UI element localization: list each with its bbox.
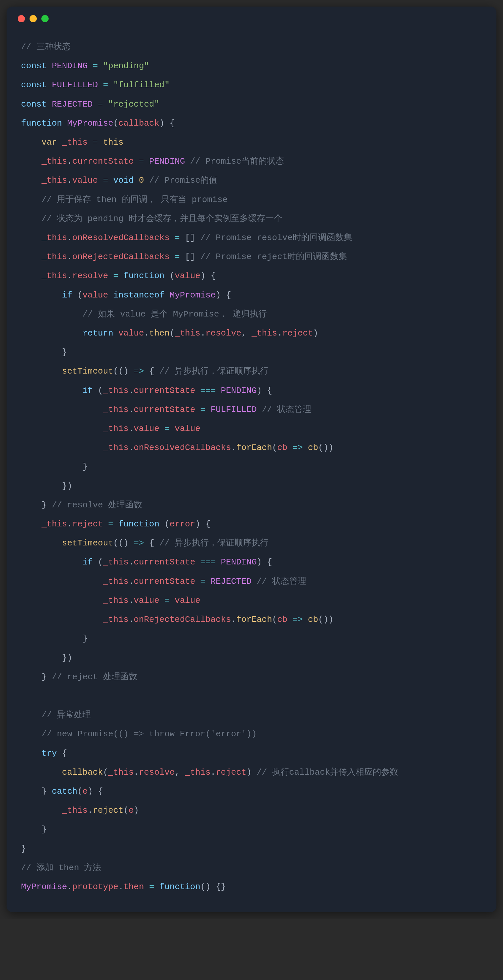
obj: _this	[103, 443, 129, 453]
class: MyPromise	[21, 882, 67, 892]
maximize-icon[interactable]	[42, 15, 49, 22]
string: "fulfilled"	[113, 80, 170, 90]
keyword-return: return	[82, 328, 113, 338]
brace: }	[42, 672, 46, 682]
minimize-icon[interactable]	[30, 15, 37, 22]
prop: value	[134, 424, 159, 434]
number: 0	[139, 175, 144, 185]
keyword-if: if	[62, 290, 72, 300]
brace: {	[206, 519, 211, 529]
array: []	[185, 252, 195, 262]
fn-settimeout: setTimeout	[62, 366, 113, 376]
brace: }	[42, 786, 46, 796]
array: []	[185, 233, 195, 243]
op-assign: =	[103, 80, 109, 90]
dot: .	[67, 175, 72, 185]
ident: PENDING	[221, 557, 257, 567]
dot: .	[144, 328, 149, 338]
paren: )	[88, 786, 93, 796]
paren: ()	[200, 882, 211, 892]
dot: .	[67, 519, 72, 529]
op-assign: =	[200, 577, 206, 586]
comma: ,	[175, 767, 180, 777]
close-icon[interactable]	[18, 15, 25, 22]
call: ())	[318, 615, 334, 624]
paren: )	[257, 557, 262, 567]
comment: // Promise当前的状态	[190, 156, 284, 166]
paren: (	[123, 805, 129, 815]
obj: _this	[108, 767, 134, 777]
keyword-var: var	[42, 137, 57, 147]
ident-rejected: REJECTED	[52, 99, 93, 109]
keyword-function: function	[123, 271, 164, 281]
dot: .	[129, 615, 134, 624]
brace: {	[62, 748, 67, 758]
method: then	[149, 328, 169, 338]
dot: .	[67, 156, 72, 166]
paren: (	[170, 271, 175, 281]
fn-settimeout: setTimeout	[62, 538, 113, 548]
paren: )	[313, 328, 318, 338]
prop: resolve	[206, 328, 241, 338]
method: forEach	[236, 615, 272, 624]
prop: onRejectedCallbacks	[134, 615, 231, 624]
code-window: // 三种状态 const PENDING = "pending" const …	[6, 6, 497, 912]
comment: // 异步执行，保证顺序执行	[159, 366, 268, 376]
brace: }	[42, 500, 46, 510]
dot: .	[118, 882, 123, 892]
string: "rejected"	[108, 99, 159, 109]
arrow: =>	[292, 443, 303, 453]
obj: _this	[103, 596, 129, 605]
dot: .	[129, 577, 134, 586]
prop: value	[134, 596, 159, 605]
obj: _this	[42, 252, 67, 262]
dot: .	[129, 386, 134, 396]
keyword-try: try	[42, 748, 57, 758]
comment: // 异步执行，保证顺序执行	[159, 538, 268, 548]
ident: FULFILLED	[211, 405, 256, 415]
comment: // 状态管理	[257, 577, 306, 586]
obj: _this	[103, 424, 129, 434]
paren: )	[159, 118, 164, 128]
call: ())	[318, 443, 334, 453]
dot: .	[67, 252, 72, 262]
paren: (	[170, 328, 175, 338]
obj: _this	[251, 328, 277, 338]
paren: )	[216, 290, 221, 300]
ident: value	[82, 290, 108, 300]
paren: )	[195, 519, 201, 529]
dot: .	[129, 405, 134, 415]
paren: ((	[113, 366, 123, 376]
prop: currentState	[72, 156, 134, 166]
string: "pending"	[103, 61, 149, 71]
this: this	[103, 137, 123, 147]
prop: onRejectedCallbacks	[72, 252, 169, 262]
paren: ((	[113, 538, 123, 548]
brace: {	[170, 118, 175, 128]
keyword-const: const	[21, 61, 46, 71]
obj: _this	[103, 386, 129, 396]
obj: _this	[103, 615, 129, 624]
fn-callback: callback	[62, 767, 103, 777]
dot: .	[67, 882, 72, 892]
brace: }	[82, 462, 88, 472]
brace: {	[267, 557, 272, 567]
op-assign: =	[98, 99, 103, 109]
obj: _this	[42, 175, 67, 185]
obj: _this	[103, 557, 129, 567]
dot: .	[129, 596, 134, 605]
keyword-if: if	[82, 386, 93, 396]
prop: resolve	[72, 271, 108, 281]
comma: ,	[241, 328, 247, 338]
obj: _this	[42, 156, 67, 166]
keyword-catch: catch	[52, 786, 77, 796]
fn: cb	[308, 615, 318, 624]
paren: (	[77, 290, 83, 300]
paren: )	[123, 538, 129, 548]
ident: value	[175, 424, 200, 434]
param-callback: callback	[118, 118, 159, 128]
prop: reject	[283, 328, 313, 338]
keyword-if: if	[82, 557, 93, 567]
fn-mypromise: MyPromise	[67, 118, 113, 128]
keyword-function: function	[21, 118, 62, 128]
